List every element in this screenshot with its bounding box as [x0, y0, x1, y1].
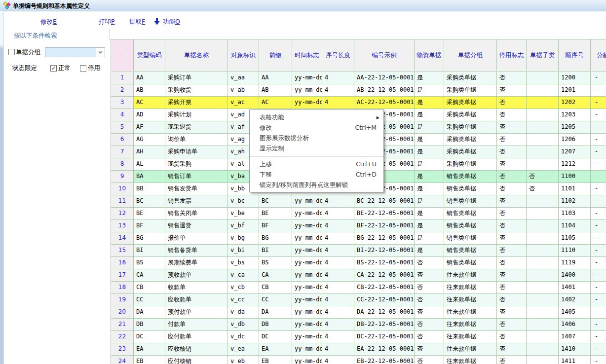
cell-doc-name[interactable]: 现货采购: [165, 158, 228, 171]
cell-number-example[interactable]: BG-22-12-05-0001: [354, 232, 415, 245]
cell-rownum[interactable]: 1: [111, 72, 134, 84]
cell-prefix[interactable]: BE: [259, 208, 292, 220]
cell-type-code[interactable]: AC: [134, 97, 165, 109]
cell-material-doc[interactable]: 是: [415, 121, 444, 134]
cell-doc-subclass[interactable]: [527, 306, 559, 319]
cell-object-id[interactable]: v_bf: [228, 220, 259, 232]
cell-object-id[interactable]: v_ca: [228, 269, 259, 282]
cell-time-flag[interactable]: yy-mm-dd: [292, 356, 322, 364]
cell-type-code[interactable]: BA: [134, 171, 165, 183]
cell-sequence-no[interactable]: 1410: [559, 343, 591, 356]
cell-prefix[interactable]: DA: [259, 306, 292, 319]
cell-doc-group[interactable]: 往来款单据: [444, 294, 497, 306]
cell-sequence-no[interactable]: 1201: [559, 84, 591, 97]
column-header-doc-subclass[interactable]: 单据子类: [527, 39, 559, 72]
cell-type-code[interactable]: EA: [134, 343, 165, 356]
cell-split[interactable]: -: [591, 294, 606, 306]
cell-disabled-flag[interactable]: 否: [497, 195, 527, 208]
cell-type-code[interactable]: BG: [134, 232, 165, 245]
cell-object-id[interactable]: v_aa: [228, 72, 259, 84]
cell-prefix[interactable]: BS: [259, 257, 292, 269]
cell-serial-length[interactable]: 4: [322, 319, 354, 331]
cell-sequence-no[interactable]: 1206: [559, 134, 591, 146]
table-row[interactable]: 17CA预收款单v_caCAyy-mm-dd4CA-22-12-05-0001否…: [111, 269, 606, 282]
cell-doc-name[interactable]: 采购订单: [165, 72, 228, 84]
cell-number-example[interactable]: AB-22-12-05-0001: [354, 84, 415, 97]
cell-type-code[interactable]: BE: [134, 208, 165, 220]
cell-doc-subclass[interactable]: [527, 146, 559, 158]
cell-doc-subclass[interactable]: 否: [527, 183, 559, 195]
cell-type-code[interactable]: BB: [134, 183, 165, 195]
cell-time-flag[interactable]: yy-mm-dd: [292, 294, 322, 306]
cell-material-doc[interactable]: 是: [415, 72, 444, 84]
function-button[interactable]: 功能O: [163, 18, 180, 26]
cell-type-code[interactable]: AL: [134, 158, 165, 171]
cell-serial-length[interactable]: 4: [322, 269, 354, 282]
column-header-material-doc[interactable]: 物资单据: [415, 39, 444, 72]
cell-split[interactable]: -: [591, 331, 606, 343]
cell-doc-group[interactable]: 采购类单据: [444, 146, 497, 158]
cell-type-code[interactable]: CC: [134, 294, 165, 306]
cell-object-id[interactable]: v_bc: [228, 195, 259, 208]
cell-prefix[interactable]: EB: [259, 356, 292, 364]
cell-split[interactable]: -: [591, 245, 606, 257]
cell-rownum[interactable]: 7: [111, 146, 134, 158]
cell-disabled-flag[interactable]: 否: [497, 84, 527, 97]
cell-doc-name[interactable]: 采购计划: [165, 109, 228, 121]
cell-type-code[interactable]: DB: [134, 319, 165, 331]
cell-object-id[interactable]: v_bi: [228, 245, 259, 257]
cell-material-doc[interactable]: 是: [415, 134, 444, 146]
cell-serial-length[interactable]: 4: [322, 84, 354, 97]
cell-sequence-no[interactable]: 1101: [559, 183, 591, 195]
cell-rownum[interactable]: 19: [111, 294, 134, 306]
cell-rownum[interactable]: 14: [111, 232, 134, 245]
cell-disabled-flag[interactable]: 否: [497, 343, 527, 356]
cell-doc-name[interactable]: 询价单: [165, 134, 228, 146]
cell-object-id[interactable]: v_cc: [228, 294, 259, 306]
cell-sequence-no[interactable]: 1411: [559, 356, 591, 364]
cell-object-id[interactable]: v_be: [228, 208, 259, 220]
cell-doc-subclass[interactable]: [527, 97, 559, 109]
cell-disabled-flag[interactable]: 否: [497, 146, 527, 158]
cell-time-flag[interactable]: yy-mm-dd: [292, 343, 322, 356]
cell-material-doc[interactable]: 是: [415, 146, 444, 158]
cell-rownum[interactable]: 10: [111, 183, 134, 195]
cell-type-code[interactable]: BS: [134, 257, 165, 269]
cell-object-id[interactable]: v_dc: [228, 331, 259, 343]
cell-doc-group[interactable]: 采购类单据: [444, 158, 497, 171]
cell-material-doc[interactable]: 否: [415, 356, 444, 364]
cell-disabled-flag[interactable]: 否: [497, 183, 527, 195]
cell-sequence-no[interactable]: 1400: [559, 269, 591, 282]
cell-type-code[interactable]: BC: [134, 195, 165, 208]
cell-prefix[interactable]: BI: [259, 245, 292, 257]
cell-disabled-flag[interactable]: 否: [497, 282, 527, 294]
cell-material-doc[interactable]: 是: [415, 158, 444, 171]
cell-doc-name[interactable]: 销售关闭单: [165, 208, 228, 220]
cell-number-example[interactable]: EB-22-12-05-0001: [354, 356, 415, 364]
cell-doc-subclass[interactable]: 否: [527, 171, 559, 183]
cell-serial-length[interactable]: 4: [322, 294, 354, 306]
cell-type-code[interactable]: AH: [134, 146, 165, 158]
cell-split[interactable]: -: [591, 121, 606, 134]
cell-disabled-flag[interactable]: 否: [497, 208, 527, 220]
cell-prefix[interactable]: AB: [259, 84, 292, 97]
cell-type-code[interactable]: BI: [134, 245, 165, 257]
cell-split[interactable]: -: [591, 232, 606, 245]
cell-doc-group[interactable]: 采购类单据: [444, 134, 497, 146]
cell-doc-group[interactable]: 往来款单据: [444, 319, 497, 331]
cell-split[interactable]: -: [591, 306, 606, 319]
cell-doc-name[interactable]: 应收核销: [165, 343, 228, 356]
cell-doc-group[interactable]: 销售类单据: [444, 195, 497, 208]
cell-disabled-flag[interactable]: 否: [497, 220, 527, 232]
column-header-doc-name[interactable]: 单据名称: [165, 39, 228, 72]
cell-sequence-no[interactable]: 1406: [559, 319, 591, 331]
cell-doc-name[interactable]: 销售退货: [165, 220, 228, 232]
cell-number-example[interactable]: CB-22-12-05-0001: [354, 282, 415, 294]
cell-prefix[interactable]: BF: [259, 220, 292, 232]
cell-doc-subclass[interactable]: [527, 232, 559, 245]
cell-material-doc[interactable]: 是: [415, 171, 444, 183]
column-header-disabled-flag[interactable]: 停用标志: [497, 39, 527, 72]
cell-prefix[interactable]: CB: [259, 282, 292, 294]
cell-object-id[interactable]: v_ea: [228, 343, 259, 356]
table-row[interactable]: 3AC采购开票v_acACyy-mm-dd4AC-22-12-05-0001是采…: [111, 97, 606, 109]
